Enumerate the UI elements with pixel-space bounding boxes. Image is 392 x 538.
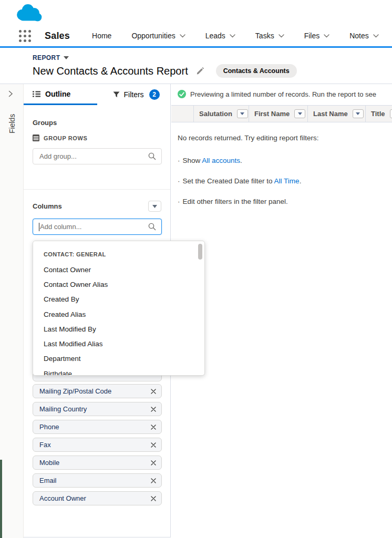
remove-column-icon[interactable] bbox=[151, 478, 156, 483]
empty-state-suggestions: ·Show All accounts. ·Set the Created Dat… bbox=[178, 156, 388, 206]
suggestion-suffix: . bbox=[300, 177, 302, 185]
column-header-cell[interactable]: Salutation bbox=[194, 106, 249, 122]
bullet-glyph: · bbox=[178, 157, 180, 164]
suggestion-prefix: Edit other filters in the filter panel. bbox=[183, 198, 288, 205]
outline-panel: Outline Filters 2 Groups GROUP ROWS bbox=[24, 84, 171, 537]
dropdown-group-header: CONTACT: GENERAL bbox=[44, 251, 194, 257]
column-header-label: Last Name bbox=[313, 110, 348, 118]
remove-column-icon[interactable] bbox=[151, 425, 156, 430]
table-rows-icon bbox=[33, 134, 39, 141]
nav-tab[interactable]: Home bbox=[92, 32, 111, 40]
column-pill[interactable]: Mailing Zip/Postal Code bbox=[33, 384, 162, 398]
column-header-menu-button[interactable] bbox=[237, 109, 248, 118]
chevron-down-icon[interactable] bbox=[230, 34, 235, 38]
group-rows-row: GROUP ROWS bbox=[33, 134, 161, 141]
column-pill[interactable]: Mailing Country bbox=[33, 402, 162, 416]
add-column-input[interactable]: Add column... bbox=[33, 219, 162, 235]
report-overline-label: REPORT bbox=[33, 54, 60, 61]
column-header-label: First Name bbox=[254, 110, 290, 118]
remove-column-icon[interactable] bbox=[151, 389, 156, 394]
triangle-down-icon bbox=[152, 205, 157, 208]
add-group-input-wrap bbox=[33, 148, 161, 164]
chevron-down-icon[interactable] bbox=[324, 34, 329, 38]
column-header-menu-button[interactable] bbox=[390, 109, 392, 118]
column-header-cell[interactable]: Title bbox=[366, 106, 392, 122]
app-name: Sales bbox=[45, 30, 70, 42]
preview-banner: Previewing a limited number of records. … bbox=[171, 84, 392, 98]
report-type-menu[interactable]: REPORT bbox=[33, 54, 392, 61]
chevron-down-icon[interactable] bbox=[373, 34, 379, 38]
chevron-down-icon[interactable] bbox=[278, 34, 284, 38]
fields-rail[interactable]: Fields bbox=[0, 84, 24, 538]
column-pill-label: Mailing Zip/Postal Code bbox=[39, 387, 111, 395]
chevron-down-icon[interactable] bbox=[180, 34, 185, 38]
dropdown-option[interactable]: Created By bbox=[44, 292, 194, 307]
nav-tab[interactable]: Files bbox=[304, 32, 330, 40]
remove-column-icon[interactable] bbox=[151, 407, 156, 412]
report-builder-screen: Sales Home Opportunities bbox=[0, 0, 392, 538]
bullet-glyph: · bbox=[178, 177, 180, 185]
dropdown-option[interactable]: Created Alias bbox=[44, 307, 194, 322]
tab-outline[interactable]: Outline bbox=[24, 84, 97, 105]
column-search-dropdown: CONTACT: GENERAL Contact Owner Contact O… bbox=[33, 241, 205, 376]
nav-tab[interactable]: Leads bbox=[205, 32, 235, 40]
column-header-cell[interactable]: First Name bbox=[249, 106, 308, 122]
column-header-cell[interactable]: Last Name bbox=[308, 106, 366, 122]
text-cursor bbox=[39, 223, 39, 231]
global-nav-bar: Sales Home Opportunities bbox=[0, 25, 392, 48]
suggestion-prefix: Set the Created Date filter to bbox=[183, 177, 274, 185]
dropdown-option[interactable]: Last Modified By bbox=[44, 322, 194, 336]
dropdown-option[interactable]: Last Modified Alias bbox=[44, 336, 194, 351]
tab-filters-label: Filters bbox=[124, 90, 144, 99]
nav-tab-label: Notes bbox=[349, 32, 369, 40]
group-rows-label: GROUP ROWS bbox=[44, 135, 87, 141]
dropdown-option[interactable]: Birthdate bbox=[44, 366, 194, 376]
chevron-right-icon[interactable] bbox=[8, 90, 13, 97]
column-pills-list: Mailing Zip/Postal Code Mailing Country bbox=[33, 384, 162, 509]
suggestion-link[interactable]: All accounts bbox=[202, 157, 240, 164]
suggestion-suffix: . bbox=[240, 157, 242, 164]
add-group-input[interactable] bbox=[33, 148, 162, 164]
remove-column-icon[interactable] bbox=[151, 460, 156, 465]
bullet-glyph: · bbox=[178, 198, 180, 205]
remove-column-icon[interactable] bbox=[151, 442, 156, 448]
search-icon bbox=[148, 152, 156, 160]
column-header-menu-button[interactable] bbox=[294, 109, 305, 118]
funnel-icon bbox=[113, 91, 120, 98]
suggestion-item: ·Show All accounts. bbox=[178, 156, 388, 165]
nav-tab[interactable]: Tasks bbox=[255, 32, 284, 40]
report-header: REPORT New Contacts & Accounts Report Co… bbox=[0, 48, 392, 84]
suggestion-prefix: Show bbox=[183, 157, 202, 164]
suggestion-link[interactable]: All Time bbox=[274, 177, 300, 185]
column-header-menu-button[interactable] bbox=[353, 109, 364, 118]
salesforce-logo-icon bbox=[14, 3, 43, 25]
row-selector-header-cell bbox=[171, 106, 194, 122]
dropdown-scrollbar-thumb[interactable] bbox=[198, 244, 202, 260]
columns-header-row: Columns bbox=[33, 201, 161, 212]
dropdown-option[interactable]: Department bbox=[44, 351, 194, 366]
tab-filters[interactable]: Filters 2 bbox=[97, 84, 171, 105]
report-type-badge: Contacts & Accounts bbox=[216, 64, 297, 78]
edit-title-pencil-icon[interactable] bbox=[196, 67, 204, 75]
nav-items: Home Opportunities Leads bbox=[92, 32, 379, 40]
columns-menu-button[interactable] bbox=[148, 201, 161, 212]
check-circle-icon bbox=[178, 90, 186, 98]
nav-tab[interactable]: Notes bbox=[349, 32, 379, 40]
tab-outline-label: Outline bbox=[45, 90, 70, 98]
app-launcher-icon[interactable] bbox=[19, 30, 31, 42]
suggestion-item: ·Edit other filters in the filter panel. bbox=[178, 197, 388, 206]
search-icon bbox=[148, 223, 156, 231]
fields-rail-label[interactable]: Fields bbox=[0, 100, 24, 147]
dropdown-option[interactable]: Contact Owner Alias bbox=[44, 277, 194, 292]
remove-column-icon[interactable] bbox=[151, 496, 156, 501]
column-pill[interactable]: Phone bbox=[33, 420, 162, 434]
column-pill[interactable]: Email bbox=[33, 473, 162, 488]
column-pill[interactable]: Mobile bbox=[33, 456, 162, 470]
dropdown-option[interactable]: Contact Owner bbox=[44, 262, 194, 277]
column-pill[interactable]: Account Owner bbox=[33, 491, 162, 505]
nav-tab[interactable]: Opportunities bbox=[131, 32, 185, 40]
column-pill[interactable]: Fax bbox=[33, 438, 162, 452]
nav-tab-label: Opportunities bbox=[131, 32, 175, 40]
empty-state-message: No records returned. Try editing report … bbox=[178, 134, 388, 142]
outline-panel-body: Groups GROUP ROWS Columns bbox=[24, 119, 170, 235]
